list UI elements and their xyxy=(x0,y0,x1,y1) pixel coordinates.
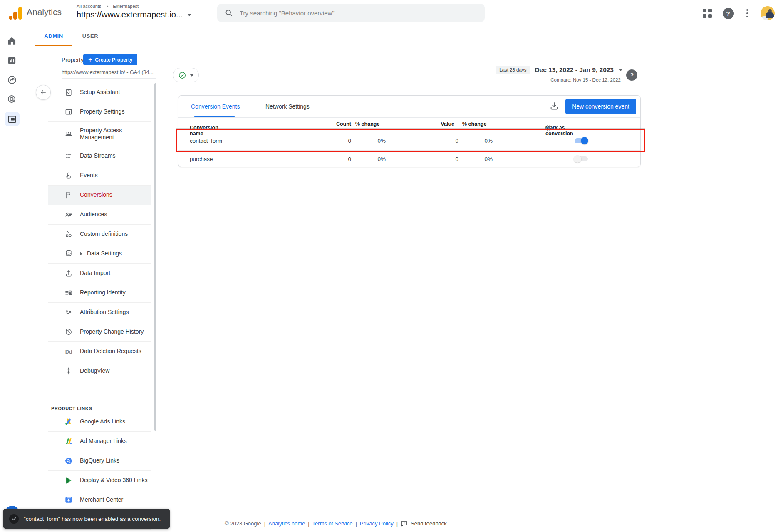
sidebar-item-debugview[interactable]: DebugView xyxy=(48,361,151,381)
more-options-icon[interactable] xyxy=(745,7,750,20)
column-value[interactable]: Value xyxy=(441,121,454,127)
footer-link-terms[interactable]: Terms of Service xyxy=(312,520,353,527)
status-filter-dropdown[interactable] xyxy=(173,68,199,82)
count-change-cell: 0% xyxy=(377,137,386,144)
sidebar-item-property-settings[interactable]: Property Settings xyxy=(48,102,151,122)
history-icon xyxy=(64,328,73,336)
admin-user-tabband: ADMIN USER xyxy=(24,27,783,46)
tap-event-icon xyxy=(64,171,73,180)
ad-manager-icon xyxy=(64,437,73,445)
count-change-cell: 0% xyxy=(377,156,386,162)
attribution-path-icon xyxy=(64,308,73,317)
sort-ascending-icon: ↑ xyxy=(190,125,192,131)
create-property-button[interactable]: + Create Property xyxy=(83,54,137,65)
mark-as-conversion-toggle[interactable] xyxy=(574,155,589,163)
identity-card-icon xyxy=(64,289,73,297)
column-count-change[interactable]: % change xyxy=(355,121,379,127)
new-conversion-event-button[interactable]: New conversion event xyxy=(565,99,636,114)
tab-user[interactable]: USER xyxy=(78,27,103,45)
upload-icon xyxy=(64,269,73,277)
sidebar-item-attribution-settings[interactable]: Attribution Settings xyxy=(48,303,151,322)
column-help-icon[interactable]: ? xyxy=(545,125,552,131)
tab-admin[interactable]: ADMIN xyxy=(35,27,72,45)
tab-network-settings[interactable]: Network Settings xyxy=(265,96,310,117)
footer-separator: | xyxy=(264,520,265,527)
toast-message: "contact_form" has now been enabled as a… xyxy=(24,516,161,522)
sidebar-item-data-settings[interactable]: Data Settings xyxy=(48,244,151,264)
date-range-picker[interactable]: Last 28 days Dec 13, 2022 - Jan 9, 2023 xyxy=(496,66,623,74)
sidebar-item-reporting-identity[interactable]: Reporting Identity xyxy=(48,283,151,303)
chevron-down-icon xyxy=(187,14,191,16)
check-circle-icon xyxy=(178,71,186,79)
column-count[interactable]: Count xyxy=(336,121,351,127)
help-icon[interactable]: ? xyxy=(723,8,734,19)
sidebar-item-property-access-management[interactable]: Property Access Management xyxy=(48,122,151,146)
analytics-logo-icon[interactable] xyxy=(8,6,23,20)
property-sidebar: Property + Create Property https://www.e… xyxy=(42,46,156,532)
app-name: Analytics xyxy=(27,7,62,17)
table-header-row: Conversion name ↑ Count % change Value %… xyxy=(178,117,640,131)
nav-admin[interactable] xyxy=(0,111,24,128)
sidebar-item-google-ads-links[interactable]: Google Ads Links xyxy=(48,412,151,432)
main-content: Last 28 days Dec 13, 2022 - Jan 9, 2023 … xyxy=(156,46,783,532)
clipboard-check-icon xyxy=(64,88,73,97)
sidebar-item-setup-assistant[interactable]: Setup Assistant xyxy=(48,83,151,102)
value-change-cell: 0% xyxy=(484,156,493,162)
sidebar-item-data-import[interactable]: Data Import xyxy=(48,264,151,283)
breadcrumb-entity[interactable]: Extermapest xyxy=(113,4,139,9)
expand-icon[interactable] xyxy=(80,252,82,255)
value-cell: 0 xyxy=(455,137,458,144)
nav-home[interactable] xyxy=(0,32,24,49)
column-value-change[interactable]: % change xyxy=(462,121,486,127)
sidebar-item-data-deletion-requests[interactable]: Dd Data Deletion Requests xyxy=(48,342,151,361)
send-feedback-button[interactable]: Send feedback xyxy=(401,520,447,527)
download-icon[interactable] xyxy=(549,101,560,111)
sidebar-item-ad-manager-links[interactable]: Ad Manager Links xyxy=(48,432,151,451)
sidebar-item-data-streams[interactable]: Data Streams xyxy=(48,146,151,166)
snackbar-toast: "contact_form" has now been enabled as a… xyxy=(3,509,170,529)
sidebar-item-merchant-center[interactable]: Merchant Center xyxy=(48,490,151,510)
sidebar-item-dv360-links[interactable]: Display & Video 360 Links xyxy=(48,471,151,490)
nav-advertising[interactable] xyxy=(0,91,24,108)
search-bar[interactable] xyxy=(217,4,485,22)
sidebar-item-conversions[interactable]: Conversions xyxy=(48,186,151,205)
breadcrumb[interactable]: All accounts Extermapest xyxy=(77,4,139,9)
sidebar-item-audiences[interactable]: Audiences xyxy=(48,205,151,225)
copyright-text: © 2023 Google xyxy=(225,520,261,527)
left-nav-rail xyxy=(0,27,24,532)
sidebar-item-custom-definitions[interactable]: Custom definitions xyxy=(48,225,151,244)
people-icon xyxy=(64,130,73,138)
user-avatar[interactable] xyxy=(761,6,775,20)
search-icon xyxy=(225,9,233,17)
table-row-purchase[interactable]: purchase 0 0% 0 0% xyxy=(178,150,640,167)
page-help-icon[interactable]: ? xyxy=(626,69,637,81)
search-input[interactable] xyxy=(239,9,477,17)
sidebar-item-property-change-history[interactable]: Property Change History xyxy=(48,322,151,342)
google-apps-icon[interactable] xyxy=(703,9,712,18)
breadcrumb-all-accounts[interactable]: All accounts xyxy=(77,4,101,9)
nav-explore[interactable] xyxy=(0,72,24,88)
card-tab-strip: Conversion Events Network Settings New c… xyxy=(178,96,640,118)
property-selector[interactable]: https://www.extermapest.io... xyxy=(77,10,191,20)
conversion-name-cell: purchase xyxy=(190,156,213,162)
flag-icon xyxy=(64,191,73,199)
count-cell: 0 xyxy=(348,156,351,162)
current-property-label: https://www.extermapest.io/ - GA4 (34... xyxy=(62,69,156,75)
nav-reports[interactable] xyxy=(0,52,24,69)
tab-conversion-events[interactable]: Conversion Events xyxy=(191,96,240,117)
chevron-down-icon xyxy=(190,74,194,77)
table-row-contact-form[interactable]: contact_form 0 0% 0 0% xyxy=(178,131,640,150)
date-range-badge: Last 28 days xyxy=(496,66,530,74)
mark-as-conversion-toggle[interactable] xyxy=(574,136,589,145)
conversion-name-cell: contact_form xyxy=(190,137,222,144)
sidebar-item-events[interactable]: Events xyxy=(48,166,151,186)
data-deletion-icon: Dd xyxy=(64,347,73,356)
footer-link-analytics-home[interactable]: Analytics home xyxy=(268,520,305,527)
footer-link-privacy[interactable]: Privacy Policy xyxy=(360,520,394,527)
create-property-label: Create Property xyxy=(95,57,132,63)
ga-admin-screen: Analytics All accounts Extermapest https… xyxy=(0,0,783,532)
property-menu: Setup Assistant Property Settings Proper… xyxy=(48,83,151,381)
sidebar-item-bigquery-links[interactable]: BigQuery Links xyxy=(48,451,151,471)
collapse-sidebar-button[interactable] xyxy=(36,85,51,100)
page-footer: © 2023 Google | Analytics home | Terms o… xyxy=(225,520,447,527)
